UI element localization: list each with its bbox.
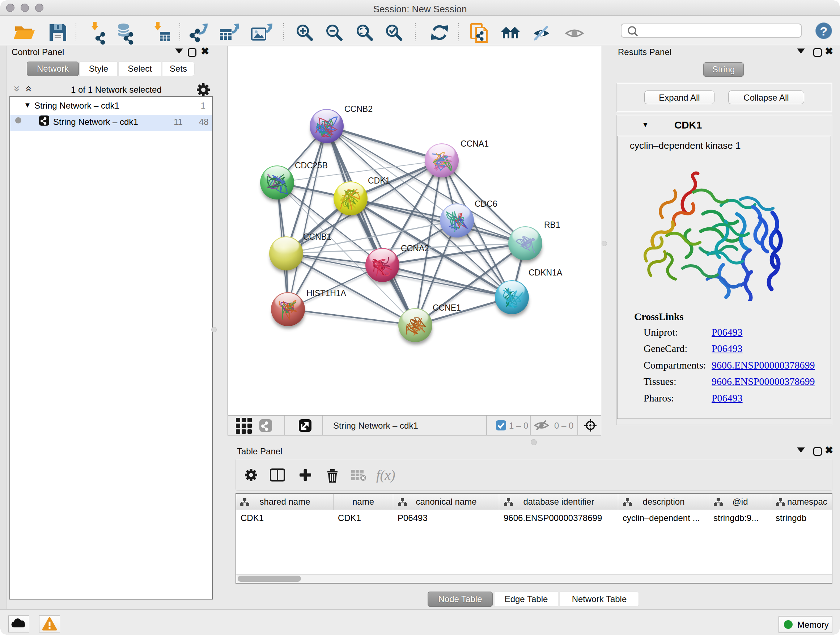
svg-text:CDKN1A: CDKN1A [529, 268, 562, 277]
svg-text:CDC25B: CDC25B [295, 161, 328, 170]
svg-text:CDK1: CDK1 [368, 176, 390, 185]
svg-text:0 – 0: 0 – 0 [554, 421, 573, 431]
svg-text:String Network – cdk1: String Network – cdk1 [333, 421, 418, 431]
svg-text:CCNB2: CCNB2 [344, 104, 373, 114]
svg-text:CDC6: CDC6 [475, 199, 497, 209]
svg-text:CCNB1: CCNB1 [303, 232, 332, 241]
svg-text:HIST1H1A: HIST1H1A [306, 288, 347, 298]
svg-text:CCNA2: CCNA2 [401, 244, 429, 253]
svg-text:f(x): f(x) [376, 467, 395, 483]
svg-text:CCNA1: CCNA1 [461, 139, 489, 149]
svg-text:RB1: RB1 [544, 220, 561, 230]
svg-text:1 – 0: 1 – 0 [509, 421, 528, 431]
svg-text:CCNE1: CCNE1 [433, 303, 461, 312]
